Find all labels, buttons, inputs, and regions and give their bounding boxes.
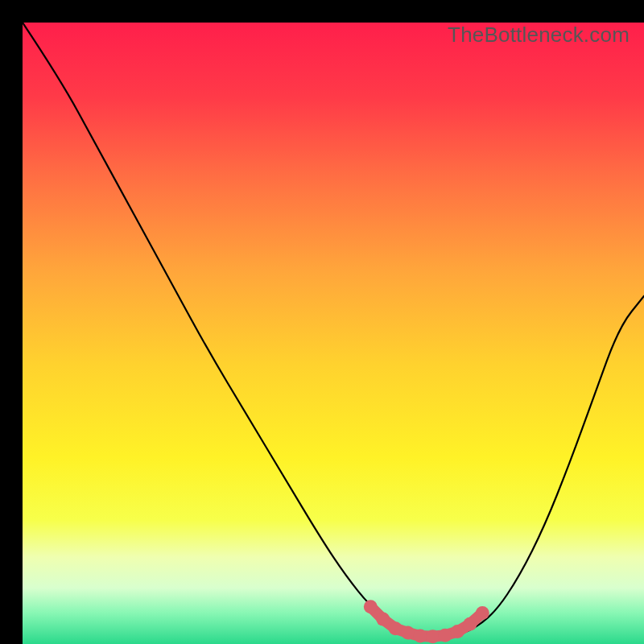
plot-area: TheBottleneck.com [23,23,644,644]
svg-point-4 [401,626,415,640]
svg-point-5 [414,629,427,642]
svg-point-6 [426,630,440,643]
svg-point-9 [463,617,477,631]
chart-frame: TheBottleneck.com [0,0,644,644]
svg-point-1 [364,600,378,613]
svg-point-7 [438,629,452,642]
svg-point-10 [476,606,489,620]
optimal-range-markers [23,23,644,644]
svg-point-3 [389,621,402,635]
svg-point-8 [451,625,464,638]
watermark-text: TheBottleneck.com [448,23,630,47]
svg-point-2 [376,613,390,626]
